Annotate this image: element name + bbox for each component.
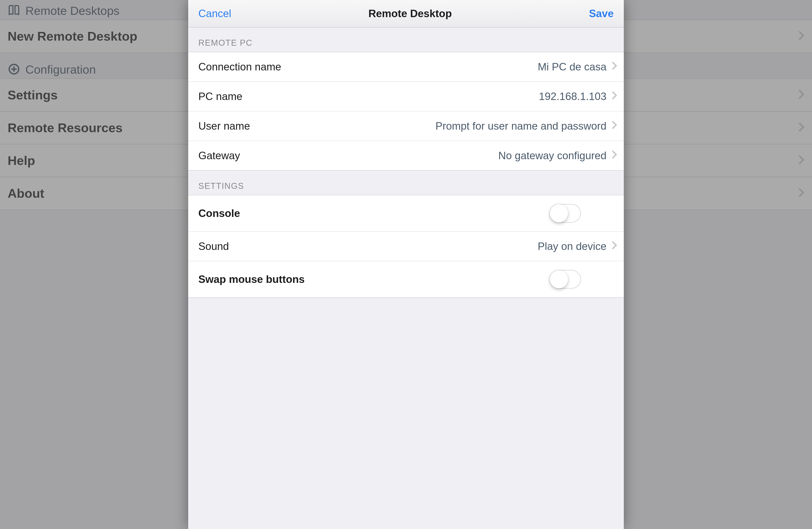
cancel-button[interactable]: Cancel [198,8,231,20]
console-toggle[interactable] [549,204,581,223]
row-connection-name[interactable]: Connection name Mi PC de casa [188,52,624,82]
group-header-remote-pc: REMOTE PC [188,28,624,52]
save-button[interactable]: Save [589,8,614,20]
swap-mouse-toggle[interactable] [549,270,581,289]
row-value: Mi PC de casa [538,61,607,73]
row-gateway[interactable]: Gateway No gateway configured [188,141,624,170]
modal-header: Cancel Remote Desktop Save [188,0,624,28]
remote-desktop-modal: Cancel Remote Desktop Save REMOTE PC Con… [188,0,624,529]
group-header-settings: SETTINGS [188,171,624,195]
row-label: User name [198,120,250,132]
row-label: Gateway [198,149,240,162]
chevron-right-icon [611,240,617,252]
row-label: Console [198,207,240,219]
chevron-right-icon [611,61,617,73]
row-console: Console [188,195,624,232]
row-value: Play on device [538,240,607,252]
chevron-right-icon [611,120,617,132]
modal-body[interactable]: REMOTE PC Connection name Mi PC de casa … [188,28,624,529]
row-label: Sound [198,240,229,252]
toggle-knob [550,204,568,222]
row-sound[interactable]: Sound Play on device [188,232,624,261]
group-remote-pc: Connection name Mi PC de casa PC name 19… [188,52,624,171]
row-pc-name[interactable]: PC name 192.168.1.103 [188,82,624,112]
row-swap-mouse: Swap mouse buttons [188,261,624,297]
row-label: Swap mouse buttons [198,273,305,285]
modal-title: Remote Desktop [368,8,452,20]
chevron-right-icon [611,90,617,103]
chevron-right-icon [611,149,617,162]
row-value: No gateway configured [498,149,607,162]
group-settings: Console Sound Play on device Swap mouse … [188,195,624,298]
row-user-name[interactable]: User name Prompt for user name and passw… [188,112,624,141]
row-value: 192.168.1.103 [539,90,607,103]
row-value: Prompt for user name and password [435,120,607,132]
toggle-knob [550,270,568,289]
row-label: PC name [198,90,242,103]
row-label: Connection name [198,61,281,73]
